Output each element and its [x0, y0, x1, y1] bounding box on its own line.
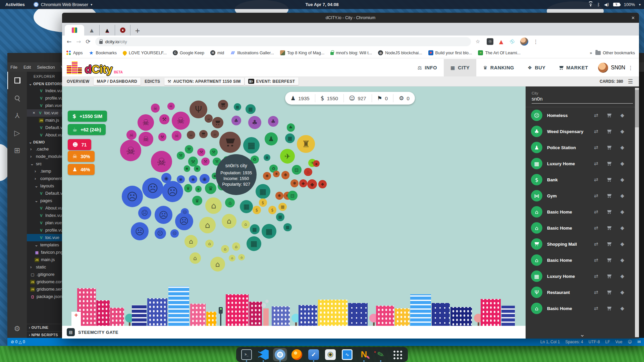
burn-drop-icon[interactable]: ◆	[620, 305, 624, 311]
extensions-icon[interactable]: ⊞	[7, 141, 27, 159]
browser-tab[interactable]	[65, 25, 84, 36]
bubble-drop[interactable]: ◆	[307, 179, 317, 189]
bubble-sad[interactable]: ☹	[142, 178, 164, 199]
bubble-crown[interactable]: ♛	[195, 186, 202, 192]
subnav-auction[interactable]: ⚒AUCTION: APARTMENT 1150 SIM	[164, 78, 244, 85]
bubble-building[interactable]: ▦	[250, 224, 260, 234]
bubble-tools[interactable]: ⚒	[201, 158, 210, 166]
cards-count[interactable]: CARDS: 380	[600, 79, 623, 84]
burn-drop-icon[interactable]: ◆	[620, 144, 624, 150]
bubble-sad[interactable]: ☹	[155, 206, 173, 224]
bubble-home[interactable]: ⌂	[205, 240, 214, 248]
bubble-beer[interactable]: ☕	[211, 130, 219, 138]
back-icon[interactable]: ←	[67, 38, 71, 45]
swap-icon[interactable]: ⇄	[594, 193, 598, 199]
eol[interactable]: LF	[605, 340, 610, 344]
nav-info[interactable]: ⚖INFO	[411, 59, 444, 76]
card-row[interactable]: ⌂Basic Home⇄◆	[526, 220, 639, 236]
explorer-icon[interactable]	[7, 72, 27, 89]
bookmark-star-icon[interactable]: ☆	[476, 39, 480, 45]
bubble-plane[interactable]: ✈	[280, 149, 295, 164]
bubble-cart[interactable]	[199, 130, 208, 138]
encoding[interactable]: UTF-8	[589, 340, 600, 344]
close-editor-icon[interactable]: ×	[32, 109, 36, 117]
subnav-map-dashboard[interactable]: MAP / DASHBOARD	[94, 78, 141, 85]
swap-icon[interactable]: ⇄	[594, 161, 598, 167]
bubble-building[interactable]: ▦	[234, 103, 241, 111]
sell-cart-icon[interactable]	[607, 290, 611, 294]
lightbulb-extension-icon[interactable]: ☉	[487, 38, 493, 45]
bubble-sad[interactable]: ☹	[138, 206, 151, 220]
scroll-down-chevron-icon[interactable]: ⌄	[580, 331, 585, 338]
burn-drop-icon[interactable]: ◆	[620, 161, 624, 167]
dock-icon-draw[interactable]: ✎	[374, 348, 388, 361]
problems-indicator[interactable]: ⊘ 0 △ 0	[11, 340, 25, 344]
bubble-building[interactable]: ▦	[243, 137, 260, 154]
bubble-crime[interactable]: ☠	[120, 140, 142, 161]
bubble-home[interactable]: ⌂	[205, 197, 222, 214]
cursor-position[interactable]: Ln 1, Col 1	[540, 340, 560, 344]
address-bar[interactable]: dcity.io/city	[95, 37, 471, 46]
sell-cart-icon[interactable]	[607, 210, 611, 214]
bubble-sad[interactable]: ☹	[155, 228, 166, 239]
bubble-crime[interactable]: ☠	[151, 151, 172, 172]
burn-drop-icon[interactable]: ◆	[620, 209, 624, 215]
bubble-beer[interactable]: ☕	[187, 131, 195, 139]
swap-icon[interactable]: ⇄	[594, 241, 598, 247]
bubble-paw[interactable]: ✱	[273, 171, 280, 177]
sell-cart-icon[interactable]	[607, 274, 611, 278]
browser-tab[interactable]	[115, 25, 130, 36]
menu-file[interactable]: File	[7, 65, 20, 70]
dock-icon-notes[interactable]: N	[357, 348, 371, 361]
bubble-building[interactable]: ▦	[246, 104, 255, 114]
swap-icon[interactable]: ⇄	[594, 257, 598, 263]
burn-drop-icon[interactable]: ◆	[620, 225, 624, 231]
subnav-event[interactable]: DEVENT: BEERFEST	[245, 77, 299, 85]
source-control-icon[interactable]: Y	[7, 107, 27, 124]
bubble-cart[interactable]	[212, 117, 223, 128]
bubble-sad[interactable]: ☹	[170, 229, 179, 238]
swap-icon[interactable]: ⇄	[594, 128, 598, 134]
bubble-paw[interactable]: ✱	[290, 179, 299, 188]
bubble-fire[interactable]: ♨	[304, 168, 312, 176]
sell-cart-icon[interactable]	[607, 306, 611, 310]
swap-icon[interactable]: ⇄	[594, 112, 598, 118]
browser-titlebar[interactable]: dCITY.io - City - Chromium ✕	[62, 13, 639, 23]
swap-icon[interactable]: ⇄	[594, 177, 598, 183]
bubble-drop[interactable]: ◆	[313, 160, 320, 167]
bubble-utensils[interactable]: Ψ	[190, 101, 208, 119]
dock-icon-appgrid[interactable]	[390, 348, 405, 361]
bubble-crime[interactable]: ☠	[126, 130, 136, 140]
sell-cart-icon[interactable]	[607, 129, 611, 133]
bubble-crime[interactable]: ☠	[172, 131, 181, 140]
sell-cart-icon[interactable]	[607, 258, 611, 262]
profile-avatar[interactable]	[520, 38, 528, 46]
dock-icon-monitor[interactable]: ∿	[340, 348, 354, 361]
bubble-cart[interactable]	[219, 132, 241, 153]
bubble-tools[interactable]: ⚒	[185, 145, 193, 154]
card-row[interactable]: ♣Weed Dispensary⇄◆	[526, 123, 639, 139]
bubble-drop[interactable]: ◆	[318, 180, 327, 188]
bubble-leaf[interactable]: ♣	[287, 123, 295, 132]
steemcity-gate-bar[interactable]: ▤ STEEMCITY GATE	[62, 326, 526, 339]
bubble-building[interactable]: ▦	[256, 184, 270, 199]
nav-buy[interactable]: ❖BUY	[521, 59, 552, 76]
swap-icon[interactable]: ⇄	[594, 273, 598, 279]
burn-drop-icon[interactable]: ◆	[620, 193, 624, 199]
bubble-building[interactable]: ▦	[262, 224, 276, 239]
card-row[interactable]: ⌂Basic Home⇄◆	[526, 252, 639, 268]
sell-cart-icon[interactable]	[607, 145, 611, 149]
bubble-drop[interactable]: ◆	[299, 179, 308, 188]
search-icon[interactable]	[7, 89, 27, 107]
nav-market[interactable]: MARKET	[552, 59, 595, 76]
bubble-sad[interactable]: ☹	[131, 222, 149, 240]
bubble-crown[interactable]: ♛	[192, 196, 202, 205]
system-tray[interactable]: ᛒ ◀) ↯ 100% ▾	[588, 2, 644, 7]
bubble-home[interactable]: ⌂	[225, 198, 235, 207]
bookmarks-overflow-icon[interactable]: »	[590, 51, 592, 55]
card-row[interactable]: ♟Police Station⇄◆	[526, 139, 639, 156]
bubble-home[interactable]: ⌂	[199, 217, 216, 233]
bubble-building[interactable]: ▦	[240, 200, 253, 213]
bookmark-item[interactable]: ≡The Art Of Learni...	[478, 50, 521, 55]
bubble-building[interactable]: ▦	[283, 223, 292, 232]
